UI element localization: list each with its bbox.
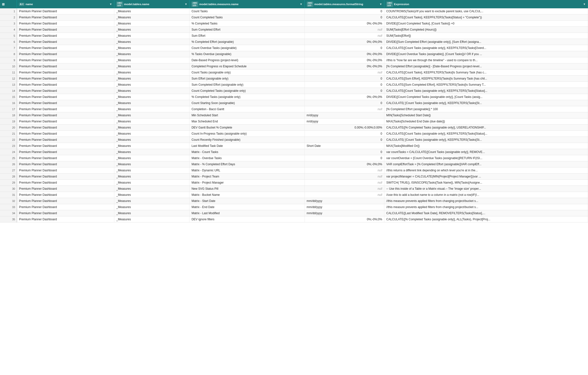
- cell-name: Premium Planner Dashboard: [17, 27, 114, 33]
- cell-name: Premium Planner Dashboard: [17, 192, 114, 198]
- col-expression-label: Expression: [394, 3, 409, 6]
- cell-name: Premium Planner Dashboard: [17, 210, 114, 216]
- cell-tables-name: _Measures: [114, 106, 189, 112]
- cell-tables-name: _Measures: [114, 198, 189, 204]
- cell-rownum: 4: [0, 27, 17, 33]
- table-row[interactable]: 3Premium Planner Dashboard_Measures% Com…: [0, 21, 588, 27]
- cell-format-string: 0: [305, 131, 384, 137]
- table-row[interactable]: 14Premium Planner Dashboard_MeasuresCoun…: [0, 88, 588, 94]
- table-row[interactable]: 8Premium Planner Dashboard_Measures% Tas…: [0, 51, 588, 57]
- cell-measures-name: Matrix - Start Date: [189, 198, 305, 204]
- table-row[interactable]: 33Premium Planner Dashboard_MeasuresMatr…: [0, 204, 588, 210]
- col-tables-filter-icon[interactable]: ▼: [185, 3, 187, 6]
- table-row[interactable]: 19Premium Planner Dashboard_MeasuresMax …: [0, 118, 588, 125]
- table-row[interactable]: 1Premium Planner Dashboard_MeasuresCount…: [0, 8, 588, 14]
- cell-tables-name: _Measures: [114, 155, 189, 161]
- col-measures-filter-icon[interactable]: ▼: [300, 3, 302, 6]
- cell-expression: CALCULATE([Count Tasks], KEEPFILTERS(Tas…: [384, 70, 588, 76]
- table-row[interactable]: 22Premium Planner Dashboard_MeasuresCoun…: [0, 137, 588, 143]
- cell-rownum: 14: [0, 88, 17, 94]
- cell-format-string: 0%;-0%;0%: [305, 39, 384, 45]
- cell-tables-name: _Measures: [114, 204, 189, 210]
- cell-tables-name: _Measures: [114, 210, 189, 216]
- cell-expression: [% Completed Effort (assignable)] - [Dat…: [384, 63, 588, 70]
- cell-name: Premium Planner Dashboard: [17, 125, 114, 131]
- cell-name: Premium Planner Dashboard: [17, 14, 114, 21]
- cell-name: Premium Planner Dashboard: [17, 100, 114, 106]
- table-row[interactable]: 2Premium Planner Dashboard_MeasuresCount…: [0, 14, 588, 21]
- col-header-tables-name[interactable]: ABC123 model.tables.name ▼: [114, 0, 189, 8]
- data-table-container[interactable]: ⊞ AC name ▼ ABC123 model.tables.name ▼: [0, 0, 588, 375]
- cell-name: Premium Planner Dashboard: [17, 106, 114, 112]
- col-header-name[interactable]: AC name ▼: [17, 0, 114, 8]
- table-row[interactable]: 34Premium Planner Dashboard_MeasuresMatr…: [0, 210, 588, 216]
- table-row[interactable]: 7Premium Planner Dashboard_MeasuresCount…: [0, 45, 588, 51]
- cell-rownum: 33: [0, 204, 17, 210]
- cell-measures-name: Sum Completed Effort: [189, 27, 305, 33]
- cell-tables-name: _Measures: [114, 76, 189, 82]
- table-row[interactable]: 18Premium Planner Dashboard_MeasuresMin …: [0, 112, 588, 118]
- col-header-expression[interactable]: ABC123 Expression ▼: [384, 0, 588, 8]
- table-row[interactable]: 30Premium Planner Dashboard_MeasuresNew …: [0, 186, 588, 192]
- cell-expression: SWITCH( TRUE(), ISINSCOPE(Tasks[Task Nam…: [384, 180, 588, 186]
- table-row[interactable]: 16Premium Planner Dashboard_MeasuresCoun…: [0, 100, 588, 106]
- cell-measures-name: Count Starting Soon (assignable): [189, 100, 305, 106]
- table-row[interactable]: 10Premium Planner Dashboard_MeasuresComp…: [0, 63, 588, 70]
- cell-measures-name: Last Modified Task Date: [189, 143, 305, 149]
- table-row[interactable]: 26Premium Planner Dashboard_MeasuresMatr…: [0, 161, 588, 167]
- cell-name: Premium Planner Dashboard: [17, 180, 114, 186]
- table-row[interactable]: 12Premium Planner Dashboard_MeasuresSum …: [0, 76, 588, 82]
- table-row[interactable]: 4Premium Planner Dashboard_MeasuresSum C…: [0, 27, 588, 33]
- cell-tables-name: _Measures: [114, 51, 189, 57]
- table-row[interactable]: 21Premium Planner Dashboard_MeasuresCoun…: [0, 131, 588, 137]
- cell-rownum: 16: [0, 100, 17, 106]
- cell-tables-name: _Measures: [114, 118, 189, 125]
- cell-name: Premium Planner Dashboard: [17, 131, 114, 137]
- cell-tables-name: _Measures: [114, 216, 189, 223]
- cell-measures-name: Sum Effort (assignable only): [189, 76, 305, 82]
- cell-measures-name: Matrix - Dynamic URL: [189, 167, 305, 174]
- table-row[interactable]: 27Premium Planner Dashboard_MeasuresMatr…: [0, 167, 588, 174]
- cell-rownum: 15: [0, 94, 17, 100]
- col-expression-filter-icon[interactable]: ▼: [583, 3, 586, 6]
- cell-rownum: 1: [0, 8, 17, 14]
- table-row[interactable]: 6Premium Planner Dashboard_Measures% Com…: [0, 39, 588, 45]
- table-row[interactable]: 25Premium Planner Dashboard_MeasuresMatr…: [0, 155, 588, 161]
- cell-format-string: 0: [305, 137, 384, 143]
- cell-measures-name: DEV ignore filters: [189, 216, 305, 223]
- cell-tables-name: _Measures: [114, 143, 189, 149]
- cell-rownum: 34: [0, 210, 17, 216]
- cell-measures-name: Count Tasks (assignable only): [189, 70, 305, 76]
- table-row[interactable]: 15Premium Planner Dashboard_Measures% Co…: [0, 94, 588, 100]
- cell-name: Premium Planner Dashboard: [17, 155, 114, 161]
- table-row[interactable]: 11Premium Planner Dashboard_MeasuresCoun…: [0, 70, 588, 76]
- table-row[interactable]: 32Premium Planner Dashboard_MeasuresMatr…: [0, 198, 588, 204]
- cell-measures-name: Min Scheduled Start: [189, 112, 305, 118]
- cell-expression: DIVIDE([Count Completed Tasks (assignabl…: [384, 94, 588, 100]
- cell-expression: COUNTROWS(Tasks)//if you want to exclude…: [384, 8, 588, 14]
- cell-format-string: 0: [305, 14, 384, 21]
- table-row[interactable]: 13Premium Planner Dashboard_MeasuresSum …: [0, 82, 588, 88]
- cell-format-string: 0%;-0%;0%: [305, 216, 384, 223]
- table-row[interactable]: 29Premium Planner Dashboard_MeasuresMatr…: [0, 180, 588, 186]
- table-row[interactable]: 31Premium Planner Dashboard_MeasuresMatr…: [0, 192, 588, 198]
- cell-measures-name: Sum Effort: [189, 33, 305, 39]
- table-row[interactable]: 35Premium Planner Dashboard_MeasuresDEV …: [0, 216, 588, 223]
- col-name-filter-icon[interactable]: ▼: [109, 3, 112, 6]
- table-row[interactable]: 23Premium Planner Dashboard_MeasuresLast…: [0, 143, 588, 149]
- table-row[interactable]: 5Premium Planner Dashboard_MeasuresSum E…: [0, 33, 588, 39]
- col-header-measures-name[interactable]: ABC123 model.tables.measures.name ▼: [189, 0, 305, 8]
- cell-format-string: 0%;-0%;0%: [305, 51, 384, 57]
- cell-name: Premium Planner Dashboard: [17, 118, 114, 125]
- cell-measures-name: % Tasks Overdue (assignable): [189, 51, 305, 57]
- col-header-format[interactable]: ABC123 model.tables.measures.formatStrin…: [305, 0, 384, 8]
- table-row[interactable]: 24Premium Planner Dashboard_MeasuresMatr…: [0, 149, 588, 155]
- col-format-filter-icon[interactable]: ▼: [379, 3, 382, 6]
- table-row[interactable]: 17Premium Planner Dashboard_MeasuresComp…: [0, 106, 588, 112]
- table-row[interactable]: 20Premium Planner Dashboard_MeasuresDEV …: [0, 125, 588, 131]
- cell-rownum: 18: [0, 112, 17, 118]
- table-row[interactable]: 9Premium Planner Dashboard_MeasuresDate-…: [0, 57, 588, 63]
- table-row[interactable]: 28Premium Planner Dashboard_MeasuresMatr…: [0, 174, 588, 180]
- cell-expression: DIVIDE([Count Completed Tasks], [Count T…: [384, 21, 588, 27]
- cell-format-string: null: [305, 180, 384, 186]
